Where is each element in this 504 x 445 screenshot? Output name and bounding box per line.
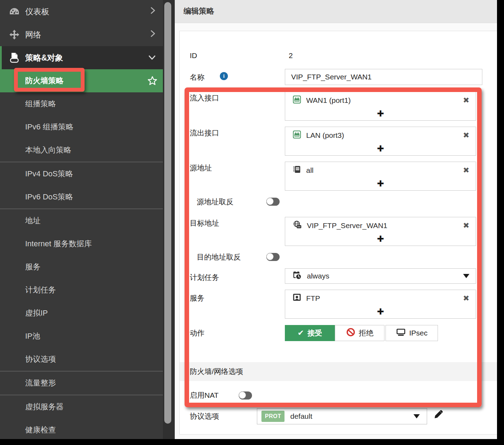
dropdown-caret-icon [413, 414, 420, 418]
sidebar-item-label: 计划任务 [25, 285, 163, 295]
add-entry-button[interactable]: ✚ [285, 306, 476, 318]
sidebar-item-local-in-policy[interactable]: 本地入向策略 [0, 139, 163, 162]
section-title: 防火墙/网络选项 [190, 367, 243, 376]
protocol-options-select[interactable]: PROT default [257, 408, 427, 424]
fortigate-app: 仪表板 网络 策略&对象 [0, 0, 497, 439]
chevron-down-icon [148, 53, 156, 63]
info-icon: i [220, 72, 228, 80]
toggle-knob [239, 391, 246, 399]
outgoing-interface-label: 流出接口 [190, 128, 219, 138]
star-icon[interactable] [147, 76, 158, 88]
service-user-icon [293, 294, 301, 303]
sidebar-item-dashboard[interactable]: 仪表板 [0, 0, 163, 23]
sidebar-item-label: 防火墙策略 [25, 76, 163, 86]
sidebar-item-services[interactable]: 服务 [0, 255, 163, 278]
id-label: ID [190, 51, 197, 60]
sidebar-item-firewall-policy[interactable]: 防火墙策略 [0, 69, 163, 92]
deny-label: 拒绝 [359, 328, 374, 338]
chevron-right-icon [150, 7, 156, 16]
chevron-right-icon [150, 30, 156, 40]
sidebar-scrollbar[interactable] [164, 2, 171, 424]
remove-entry-icon[interactable]: ✖ [463, 97, 469, 104]
add-entry-button[interactable]: ✚ [285, 143, 476, 155]
add-entry-button[interactable]: ✚ [285, 108, 476, 120]
sidebar-item-virtual-ips[interactable]: 虚拟IP [0, 302, 163, 325]
negate-source-toggle[interactable] [266, 198, 280, 206]
sidebar-item-ipv4-dos-policy[interactable]: IPv4 DoS策略 [0, 162, 163, 185]
sidebar-item-ipv6-dos-policy[interactable]: IPv6 DoS策略 [0, 185, 163, 209]
action-label: 动作 [190, 328, 204, 338]
sidebar-item-multicast-policy[interactable]: 组播策略 [0, 92, 163, 115]
sidebar-item-label: 组播策略 [25, 99, 163, 109]
action-accept-button[interactable]: ✔ 接受 [285, 325, 335, 341]
incoming-interface-label: 流入接口 [190, 93, 219, 103]
remove-entry-icon[interactable]: ✖ [463, 295, 469, 302]
sidebar-item-schedules[interactable]: 计划任务 [0, 278, 163, 302]
active-section-stripe [0, 69, 2, 92]
sidebar-item-network[interactable]: 网络 [0, 23, 163, 46]
remove-entry-icon[interactable]: ✖ [463, 222, 469, 229]
enable-nat-toggle[interactable] [239, 391, 252, 400]
ethernet-port-icon [293, 96, 301, 105]
ethernet-port-icon [293, 130, 301, 140]
source-address-box: all ✖ ✚ [285, 162, 476, 191]
sidebar-item-policy-objects[interactable]: 策略&对象 [0, 46, 163, 69]
protocol-value: default [290, 412, 413, 421]
source-address-label: 源地址 [190, 163, 212, 173]
sidebar-item-ipv6-multicast-policy[interactable]: IPv6 组播策略 [0, 115, 163, 139]
sidebar-item-addresses[interactable]: 地址 [0, 209, 163, 232]
action-ipsec-button[interactable]: IPsec [386, 325, 438, 341]
page-header [175, 0, 497, 23]
service-name: FTP [306, 294, 463, 303]
sidebar-item-label: 流量整形 [25, 378, 163, 388]
interface-name: LAN (port3) [306, 131, 463, 140]
address-book-icon [293, 165, 301, 175]
sidebar-item-label: IPv4 DoS策略 [25, 169, 163, 179]
policy-icon [8, 52, 20, 63]
id-value: 2 [289, 51, 293, 60]
interface-entry[interactable]: WAN1 (port1) ✖ [285, 92, 476, 108]
prot-badge: PROT [261, 411, 285, 422]
sidebar-item-label: 虚拟IP [25, 308, 163, 318]
vip-name: VIP_FTP_Server_WAN1 [307, 221, 463, 230]
negate-destination-label: 目的地址取反 [197, 252, 241, 262]
sidebar: 仪表板 网络 策略&对象 [0, 0, 175, 439]
interface-entry[interactable]: LAN (port3) ✖ [285, 127, 476, 143]
destination-address-box: VIP_FTP_Server_WAN1 ✖ ✚ [285, 217, 476, 246]
sidebar-item-label: IPv6 DoS策略 [25, 192, 163, 202]
dashboard-icon [8, 7, 20, 16]
sidebar-item-label: 仪表板 [25, 6, 150, 17]
add-entry-button[interactable]: ✚ [285, 178, 476, 190]
negate-destination-toggle[interactable] [266, 253, 280, 261]
action-deny-button[interactable]: 拒绝 [335, 325, 384, 341]
sidebar-item-label: Internet 服务数据库 [25, 239, 163, 249]
sidebar-item-internet-service-db[interactable]: Internet 服务数据库 [0, 232, 163, 255]
deny-prohibition-icon [346, 327, 355, 339]
negate-source-label: 源地址取反 [197, 197, 233, 207]
sidebar-item-label: 策略&对象 [25, 52, 148, 63]
schedule-select[interactable]: always [285, 268, 476, 284]
dropdown-caret-icon [463, 274, 469, 278]
sidebar-item-label: 协议选项 [25, 354, 163, 365]
address-entry[interactable]: all ✖ [285, 162, 476, 178]
remove-entry-icon[interactable]: ✖ [463, 167, 469, 174]
edit-pencil-icon[interactable] [433, 409, 444, 423]
enable-nat-label: 启用NAT [190, 390, 218, 400]
name-input[interactable] [285, 69, 482, 85]
vip-entry[interactable]: VIP_FTP_Server_WAN1 ✖ [285, 217, 476, 234]
sidebar-item-virtual-servers[interactable]: 虚拟服务器 [0, 395, 163, 418]
network-icon [8, 29, 20, 40]
sidebar-item-label: 网络 [25, 29, 150, 40]
protocol-options-label: 协议选项 [190, 411, 219, 421]
destination-address-label: 目标地址 [190, 218, 219, 228]
sidebar-item-health-check[interactable]: 健康检查 [0, 418, 163, 439]
sidebar-item-label: 服务 [25, 262, 163, 272]
sidebar-item-protocol-options[interactable]: 协议选项 [0, 348, 163, 371]
service-box: FTP ✖ ✚ [285, 290, 476, 319]
service-entry[interactable]: FTP ✖ [285, 290, 476, 306]
remove-entry-icon[interactable]: ✖ [463, 132, 469, 139]
add-entry-button[interactable]: ✚ [285, 234, 476, 246]
sidebar-item-ip-pools[interactable]: IP池 [0, 325, 163, 348]
sidebar-item-label: 地址 [25, 216, 163, 226]
sidebar-item-traffic-shaping[interactable]: 流量整形 [0, 372, 163, 395]
